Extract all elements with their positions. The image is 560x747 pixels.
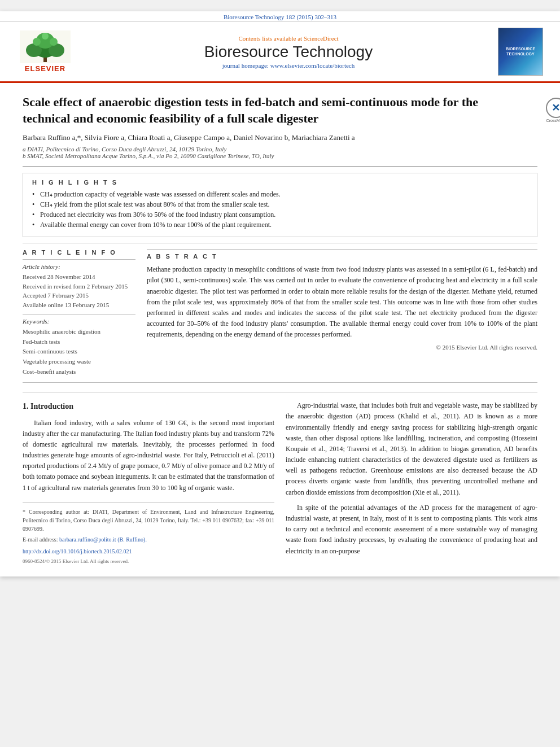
keywords-section: Keywords: Mesophilic anaerobic digestion… (23, 314, 135, 377)
copyright-line: © 2015 Elsevier Ltd. All rights reserved… (147, 344, 537, 351)
journal-cover: BIORESOURCE TECHNOLOGY (498, 28, 549, 76)
intro-num: 1. (23, 402, 29, 410)
sciencedirect-line: Contents lists available at ScienceDirec… (85, 35, 492, 42)
journal-header: ELSEVIER Contents lists available at Sci… (0, 22, 560, 83)
keyword-item: Semi-continuous tests (23, 347, 135, 357)
sciencedirect-link-text[interactable]: ScienceDirect (304, 35, 339, 42)
elsevier-tree-icon (20, 30, 71, 63)
body-col-left: 1. Introduction Italian food industry, w… (23, 400, 274, 565)
highlight-item: Produced net electricity was from 30% to… (32, 211, 528, 219)
accepted-date: Accepted 7 February 2015 (23, 291, 135, 300)
email-address[interactable]: barbara.ruffino@polito.it (B. Ruffino). (59, 536, 147, 543)
keyword-item: Cost–benefit analysis (23, 367, 135, 377)
journal-header-center: Contents lists available at ScienceDirec… (85, 35, 492, 69)
affiliation-a: a DIATI, Politecnico di Torino, Corso Du… (23, 146, 537, 152)
svg-point-7 (50, 38, 58, 46)
authors-line: Barbara Ruffino a,*, Silvia Fiore a, Chi… (23, 133, 537, 142)
email-note: E-mail address: barbara.ruffino@polito.i… (23, 535, 274, 544)
crossmark-icon: ✕ (552, 102, 560, 114)
intro-paragraph-2: Agro-industrial waste, that includes bot… (286, 400, 537, 498)
article-title-area: Scale effect of anaerobic digestion test… (23, 94, 537, 126)
abstract-title: A B S T R A C T (147, 249, 537, 260)
publisher-logo-area: ELSEVIER (11, 30, 79, 73)
highlight-item: Available thermal energy can cover from … (32, 221, 528, 229)
highlights-section: H I G H L I G H T S CH₄ production capac… (23, 173, 537, 237)
journal-cover-image: BIORESOURCE TECHNOLOGY (498, 28, 543, 76)
crossmark-circle: ✕ (546, 98, 561, 118)
highlights-list: CH₄ production capacity of vegetable was… (32, 190, 528, 229)
cover-text: BIORESOURCE TECHNOLOGY (505, 46, 536, 58)
article-content: Scale effect of anaerobic digestion test… (0, 83, 560, 576)
intro-heading: 1. Introduction (23, 400, 274, 413)
affiliations: a DIATI, Politecnico di Torino, Corso Du… (23, 146, 537, 159)
crossmark-badge[interactable]: ✕ CrossMark (543, 97, 560, 123)
keywords-list: Mesophilic anaerobic digestionFed-batch … (23, 327, 135, 377)
intro-paragraph-1: Italian food industry, with a sales volu… (23, 418, 274, 493)
footnote-area: * Corresponding author at: DIATI, Depart… (23, 503, 274, 566)
issn-line: 0960-8524/© 2015 Elsevier Ltd. All right… (23, 558, 274, 566)
received-revised-date: Received in revised form 2 February 2015 (23, 282, 135, 291)
highlight-item: CH₄ yield from the pilot scale test was … (32, 200, 528, 209)
abstract-col: A B S T R A C T Methane production capac… (147, 249, 537, 377)
divider-before-body (23, 382, 537, 383)
keyword-item: Mesophilic anaerobic digestion (23, 327, 135, 337)
email-label: E-mail address: (23, 536, 58, 543)
intro-title: Introduction (30, 402, 73, 410)
journal-title: Bioresource Technology (85, 43, 492, 61)
page: Bioresource Technology 182 (2015) 302–31… (0, 11, 560, 576)
svg-point-8 (42, 33, 49, 40)
divider-top (23, 166, 537, 167)
keyword-item: Fed-batch tests (23, 337, 135, 347)
keyword-item: Vegetable processing waste (23, 357, 135, 367)
article-body: A R T I C L E I N F O Article history: R… (23, 249, 537, 377)
body-col-right: Agro-industrial waste, that includes bot… (286, 400, 537, 565)
journal-homepage[interactable]: journal homepage: www.elsevier.com/locat… (85, 62, 492, 69)
svg-point-6 (33, 38, 41, 46)
history-label: Article history: (23, 263, 135, 270)
available-date: Available online 13 February 2015 (23, 300, 135, 310)
journal-top-bar: Bioresource Technology 182 (2015) 302–31… (0, 11, 560, 22)
affiliation-b: b SMAT, Società Metropolitana Acque Tori… (23, 152, 537, 159)
abstract-text: Methane production capacity in mesophili… (147, 264, 537, 340)
article-history: Article history: Received 28 November 20… (23, 259, 135, 309)
elsevier-text: ELSEVIER (25, 64, 65, 73)
article-title: Scale effect of anaerobic digestion test… (23, 94, 504, 126)
article-info-col: A R T I C L E I N F O Article history: R… (23, 249, 135, 377)
corresponding-author-note: * Corresponding author at: DIATI, Depart… (23, 508, 274, 533)
intro-paragraph-3: In spite of the potential advantages of … (286, 503, 537, 557)
divider-after-highlights (23, 243, 537, 243)
keywords-label: Keywords: (23, 318, 135, 325)
main-body: 1. Introduction Italian food industry, w… (23, 392, 537, 565)
journal-citation: Bioresource Technology 182 (2015) 302–31… (224, 14, 336, 20)
doi-link[interactable]: http://dx.doi.org/10.1016/j.biortech.201… (23, 548, 132, 554)
crossmark-label: CrossMark (546, 119, 560, 123)
highlight-item: CH₄ production capacity of vegetable was… (32, 190, 528, 199)
highlights-title: H I G H L I G H T S (32, 179, 528, 186)
received-date: Received 28 November 2014 (23, 272, 135, 282)
article-info-title: A R T I C L E I N F O (23, 249, 135, 256)
